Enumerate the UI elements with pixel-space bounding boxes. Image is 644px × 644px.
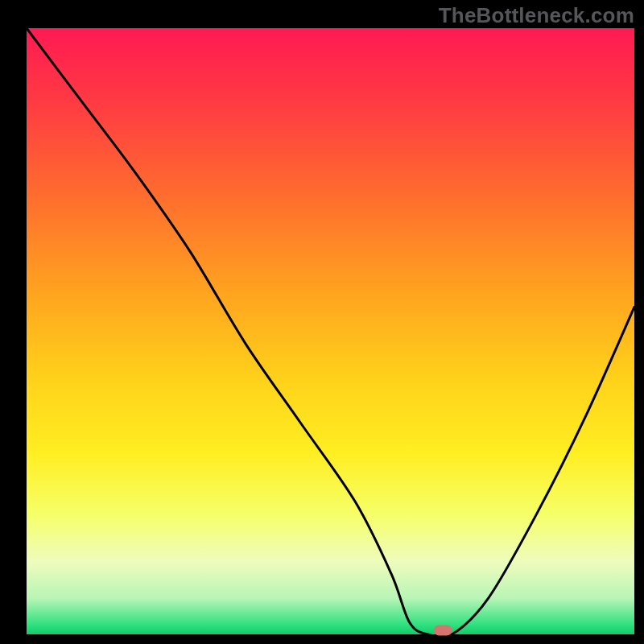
watermark-text: TheBottleneck.com [439,3,634,28]
bottleneck-chart [0,0,644,644]
optimal-point-marker [434,625,452,636]
plot-background [27,28,634,634]
chart-frame: { "watermark": "TheBottleneck.com", "cha… [0,0,644,644]
